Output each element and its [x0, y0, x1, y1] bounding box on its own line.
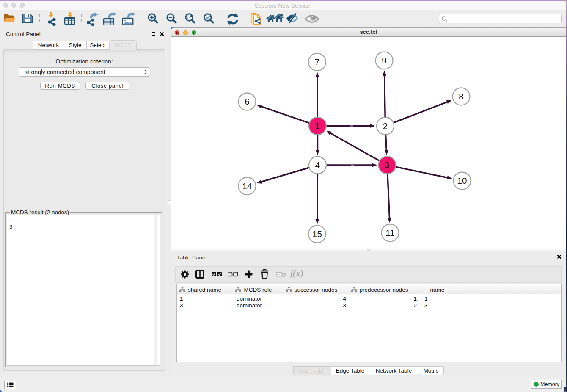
- svg-text:9: 9: [382, 55, 386, 65]
- svg-text:11: 11: [385, 228, 394, 237]
- svg-text:6: 6: [245, 97, 249, 106]
- svg-text:7: 7: [315, 57, 319, 67]
- svg-text:2: 2: [383, 121, 388, 131]
- svg-text:8: 8: [459, 91, 463, 101]
- svg-text:3: 3: [385, 160, 389, 170]
- svg-text:1: 1: [315, 121, 320, 131]
- svg-text:10: 10: [457, 176, 467, 185]
- svg-text:4: 4: [315, 160, 320, 170]
- svg-text:15: 15: [312, 229, 322, 239]
- svg-text:14: 14: [242, 181, 252, 191]
